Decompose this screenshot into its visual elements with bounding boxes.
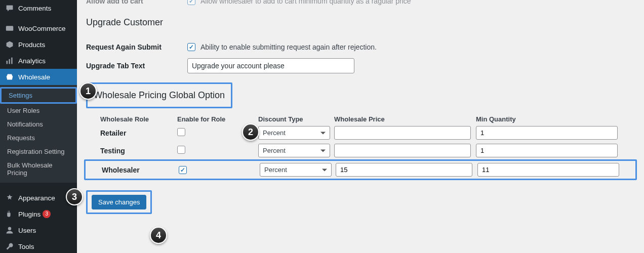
discount-type-select[interactable]: Percent <box>258 126 330 140</box>
global-option-heading-frame: Wholesale Pricing Global Option <box>86 82 232 108</box>
min-qty-input[interactable] <box>477 163 619 177</box>
header-role: Wholesale Role <box>86 115 177 123</box>
submenu-item-user-roles[interactable]: User Roles <box>0 104 77 117</box>
submenu-item-notifications[interactable]: Notifications <box>0 117 77 131</box>
sidebar-item-tools[interactable]: Tools <box>0 238 77 253</box>
sidebar-item-label: Users <box>18 227 36 234</box>
tools-icon <box>5 242 14 251</box>
role-name: Retailer <box>86 129 177 137</box>
sidebar-item-label: Plugins <box>18 210 41 218</box>
sidebar-item-comments[interactable]: Comments <box>0 0 77 16</box>
table-row: Retailer Percent <box>86 124 635 142</box>
step-marker-3: 3 <box>66 188 83 205</box>
submenu-item-registration-setting[interactable]: Registration Setting <box>0 145 77 158</box>
min-qty-input[interactable] <box>476 144 618 157</box>
svg-rect-3 <box>11 58 12 64</box>
allow-cart-label: Allow add to cart <box>86 0 187 5</box>
wholesale-price-input[interactable] <box>334 126 471 140</box>
save-changes-button[interactable]: Save changes <box>92 195 146 209</box>
submenu-label: Settings <box>9 92 32 99</box>
sidebar-item-wholesale[interactable]: Wholesale <box>0 69 77 85</box>
global-option-heading: Wholesale Pricing Global Option <box>94 90 225 100</box>
header-type: Discount Type <box>258 115 334 123</box>
allow-cart-checkbox[interactable] <box>187 0 195 5</box>
svg-rect-0 <box>6 26 13 31</box>
step-marker-1: 1 <box>79 82 97 100</box>
sidebar-item-label: Analytics <box>18 57 46 65</box>
enable-role-checkbox[interactable] <box>177 128 185 136</box>
header-qty: Min Quantity <box>476 115 635 123</box>
sidebar-item-label: WooCommerce <box>18 25 66 32</box>
submenu-label: User Roles <box>7 107 39 114</box>
submenu-item-requests[interactable]: Requests <box>0 131 77 145</box>
sidebar-item-products[interactable]: Products <box>0 36 77 53</box>
request-again-label: Request Again Submit <box>86 43 187 51</box>
step-marker-4: 4 <box>150 227 167 244</box>
submenu-label: Notifications <box>7 120 43 128</box>
role-name: Testing <box>86 147 177 155</box>
sidebar-item-analytics[interactable]: Analytics <box>0 53 77 69</box>
products-icon <box>5 40 14 49</box>
wholesale-price-input[interactable] <box>336 163 472 177</box>
step-marker-2: 2 <box>242 123 259 141</box>
upgrade-tab-input[interactable] <box>187 58 354 73</box>
analytics-icon <box>5 56 14 65</box>
table-row: Testing Percent <box>86 142 635 159</box>
submenu-label: Registration Setting <box>7 148 64 155</box>
sidebar-item-label: Comments <box>18 5 51 12</box>
appearance-icon <box>5 193 14 202</box>
save-button-frame: Save changes <box>86 190 152 214</box>
sidebar-item-woocommerce[interactable]: WooCommerce <box>0 20 77 36</box>
wholesale-submenu: Settings User Roles Notifications Reques… <box>0 85 77 183</box>
sidebar-item-plugins[interactable]: Plugins 3 <box>0 206 77 222</box>
users-icon <box>5 226 14 235</box>
admin-sidebar: Comments WooCommerce Products Analytics … <box>0 0 77 253</box>
pricing-table: Wholesale Role Enable for Role Discount … <box>86 115 635 180</box>
svg-rect-1 <box>7 61 8 64</box>
plugins-icon <box>5 209 14 219</box>
woocommerce-icon <box>5 24 14 33</box>
sidebar-item-label: Wholesale <box>18 73 50 81</box>
request-again-checkbox[interactable] <box>187 43 195 51</box>
wholesale-icon <box>5 72 14 81</box>
submenu-label: Requests <box>7 134 35 142</box>
submenu-item-bulk-wholesale-pricing[interactable]: Bulk Wholesale Pricing <box>0 158 77 180</box>
submenu-item-settings[interactable]: Settings <box>0 87 77 104</box>
discount-type-select[interactable]: Percent <box>258 144 330 157</box>
table-header-row: Wholesale Role Enable for Role Discount … <box>86 115 635 124</box>
enable-role-checkbox[interactable] <box>177 146 185 154</box>
sidebar-item-users[interactable]: Users <box>0 222 77 238</box>
svg-point-4 <box>8 227 11 230</box>
table-row-highlighted: Wholesaler Percent <box>84 159 637 180</box>
enable-role-checkbox[interactable] <box>179 166 187 174</box>
header-enable: Enable for Role <box>177 115 258 123</box>
plugins-badge: 3 <box>43 210 51 218</box>
role-name: Wholesaler <box>88 166 179 174</box>
upgrade-customer-heading: Upgrade Customer <box>86 17 635 28</box>
min-qty-input[interactable] <box>476 126 618 140</box>
upgrade-tab-label: Upgrade Tab Text <box>86 62 187 70</box>
comment-icon <box>5 4 14 13</box>
sidebar-item-label: Tools <box>18 243 34 250</box>
discount-type-select[interactable]: Percent <box>260 163 332 177</box>
sidebar-item-label: Products <box>18 41 45 49</box>
allow-cart-desc: Allow wholesaler to add to cart minimum … <box>200 0 411 5</box>
request-again-desc: Ability to enable submitting request aga… <box>200 43 377 51</box>
sidebar-item-label: Appearance <box>18 194 55 202</box>
submenu-label: Bulk Wholesale Pricing <box>7 161 53 177</box>
header-price: Wholesale Price <box>334 115 476 123</box>
wholesale-price-input[interactable] <box>334 144 471 157</box>
svg-rect-2 <box>9 59 10 64</box>
settings-panel: Allow add to cart Allow wholesaler to ad… <box>77 0 644 253</box>
